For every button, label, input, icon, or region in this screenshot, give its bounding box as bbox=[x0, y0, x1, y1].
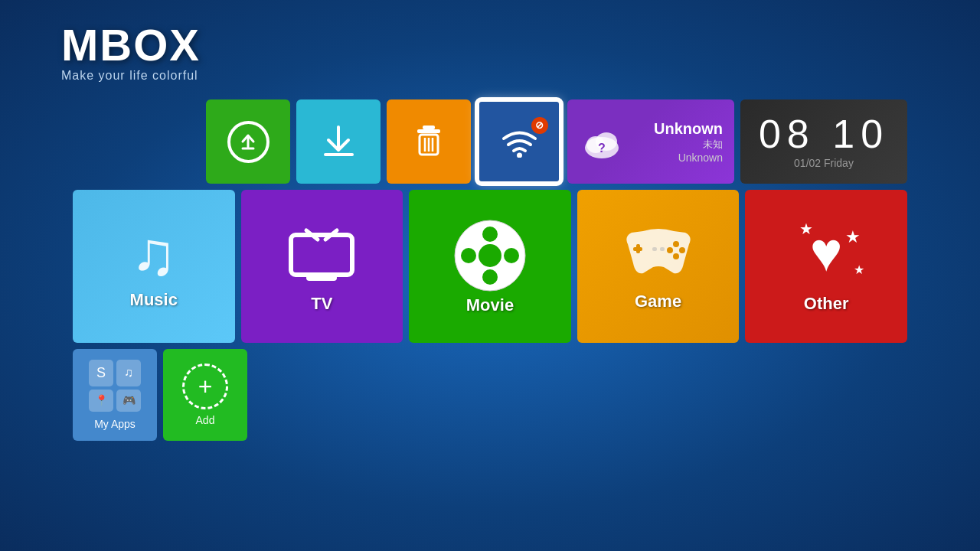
clock-tile: 08 10 01/02 Friday bbox=[740, 99, 907, 184]
category-row: ♫ Music TV bbox=[73, 190, 907, 343]
add-tile[interactable]: + Add bbox=[163, 349, 247, 441]
svg-point-17 bbox=[482, 227, 498, 242]
svg-point-26 bbox=[673, 253, 679, 259]
add-icon: + bbox=[182, 364, 228, 409]
logo-container: MBOX Make your life colorful bbox=[61, 23, 201, 83]
upload-tile[interactable] bbox=[206, 99, 290, 184]
movie-tile[interactable]: Movie bbox=[409, 190, 571, 343]
gamepad-icon bbox=[616, 221, 701, 282]
app-icon-4: 🎮 bbox=[116, 390, 141, 412]
movie-icon bbox=[452, 217, 528, 294]
music-icon: ♫ bbox=[131, 223, 177, 285]
weather-tile[interactable]: ? Unknown 未知 Unknown bbox=[567, 99, 734, 184]
add-label: Add bbox=[196, 414, 215, 426]
app-icon-1: S bbox=[89, 360, 113, 386]
svg-rect-14 bbox=[306, 275, 337, 281]
tv-icon bbox=[283, 220, 360, 285]
game-label: Game bbox=[635, 292, 681, 311]
music-label: Music bbox=[130, 290, 178, 310]
tv-tile[interactable]: TV bbox=[241, 190, 403, 343]
other-label: Other bbox=[804, 294, 849, 314]
svg-text:?: ? bbox=[598, 142, 606, 155]
download-tile[interactable] bbox=[296, 99, 381, 184]
bottom-row: S ♫ 📍 🎮 My Apps + Add bbox=[73, 349, 907, 441]
upload-icon bbox=[237, 130, 260, 153]
clock-date: 01/02 Friday bbox=[794, 157, 854, 169]
logo-subtitle: Make your life colorful bbox=[61, 69, 201, 83]
svg-point-27 bbox=[667, 247, 673, 253]
toolbar-row: ⊘ ? Unknown 未知 Unknown 08 10 01/02 F bbox=[73, 99, 907, 184]
trash-icon bbox=[410, 121, 448, 163]
upload-icon-ring bbox=[227, 121, 270, 163]
other-tile[interactable]: ★ ★ ★ ♥ Other bbox=[745, 190, 907, 343]
svg-rect-1 bbox=[417, 129, 440, 133]
svg-point-20 bbox=[504, 248, 519, 263]
svg-rect-28 bbox=[652, 247, 657, 251]
weather-city: Unknown bbox=[654, 120, 723, 138]
weather-text-area: Unknown 未知 Unknown bbox=[654, 120, 723, 164]
movie-label: Movie bbox=[466, 295, 514, 315]
myapps-tile[interactable]: S ♫ 📍 🎮 My Apps bbox=[73, 349, 157, 441]
svg-point-6 bbox=[517, 152, 522, 158]
svg-rect-29 bbox=[660, 247, 665, 251]
main-grid: ⊘ ? Unknown 未知 Unknown 08 10 01/02 F bbox=[73, 99, 907, 441]
no-signal-badge: ⊘ bbox=[531, 117, 548, 134]
svg-point-18 bbox=[482, 269, 498, 285]
wifi-tile[interactable]: ⊘ bbox=[477, 99, 561, 184]
cloud-question-icon: ? bbox=[579, 119, 625, 165]
app-icon-2: ♫ bbox=[116, 360, 141, 386]
svg-point-16 bbox=[479, 244, 501, 267]
svg-rect-23 bbox=[636, 244, 640, 253]
music-tile[interactable]: ♫ Music bbox=[73, 190, 235, 343]
svg-point-24 bbox=[673, 241, 679, 247]
app-icon-3: 📍 bbox=[89, 390, 113, 412]
myapps-icon: S ♫ 📍 🎮 bbox=[89, 360, 141, 412]
svg-point-19 bbox=[461, 248, 476, 263]
download-icon bbox=[318, 121, 360, 163]
wifi-icon-container: ⊘ bbox=[498, 123, 541, 161]
clock-time: 08 10 bbox=[759, 114, 889, 154]
weather-status: Unknown bbox=[654, 152, 723, 164]
weather-icon-area: ? bbox=[579, 119, 625, 165]
svg-rect-0 bbox=[423, 126, 435, 129]
svg-point-25 bbox=[679, 247, 685, 253]
trash-tile[interactable] bbox=[387, 99, 471, 184]
logo-title: MBOX bbox=[61, 23, 201, 67]
game-tile[interactable]: Game bbox=[577, 190, 740, 343]
weather-cn: 未知 bbox=[654, 138, 723, 152]
svg-rect-11 bbox=[291, 235, 352, 275]
myapps-label: My Apps bbox=[94, 418, 136, 430]
other-icon: ★ ★ ★ ♥ bbox=[788, 220, 864, 285]
tv-label: TV bbox=[311, 294, 332, 314]
